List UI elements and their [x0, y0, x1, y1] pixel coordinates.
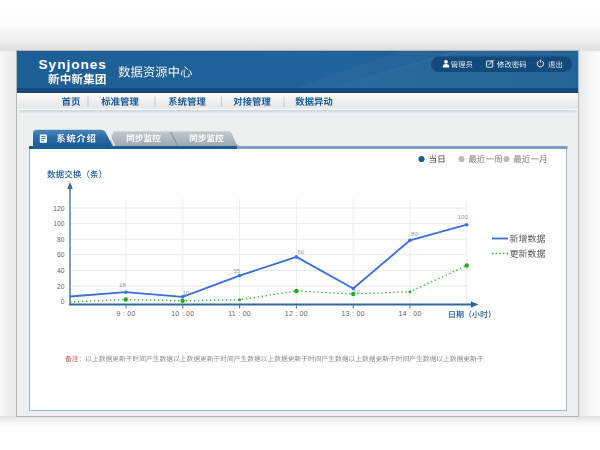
svg-text:11 : 00: 11 : 00 — [228, 310, 251, 317]
svg-text:35: 35 — [233, 267, 240, 274]
svg-text:100: 100 — [458, 213, 469, 220]
svg-text:13 : 00: 13 : 00 — [342, 310, 365, 317]
svg-text:80: 80 — [57, 236, 65, 243]
svg-text:20: 20 — [57, 283, 65, 290]
svg-text:Synjones: Synjones — [39, 57, 107, 72]
svg-text:9 : 00: 9 : 00 — [116, 310, 135, 317]
svg-text:40: 40 — [57, 267, 65, 274]
svg-text:0: 0 — [61, 298, 65, 305]
svg-text:18: 18 — [119, 281, 126, 288]
svg-text:10: 10 — [353, 288, 360, 295]
svg-text:100: 100 — [53, 220, 64, 227]
svg-text:60: 60 — [297, 248, 304, 255]
svg-text:80: 80 — [411, 230, 418, 237]
svg-text:12 : 00: 12 : 00 — [285, 310, 308, 317]
svg-text:10: 10 — [183, 289, 190, 296]
svg-text:60: 60 — [57, 251, 65, 258]
svg-text:10 : 00: 10 : 00 — [171, 310, 194, 317]
svg-text:120: 120 — [53, 205, 64, 212]
svg-text:14 : 00: 14 : 00 — [398, 310, 421, 317]
